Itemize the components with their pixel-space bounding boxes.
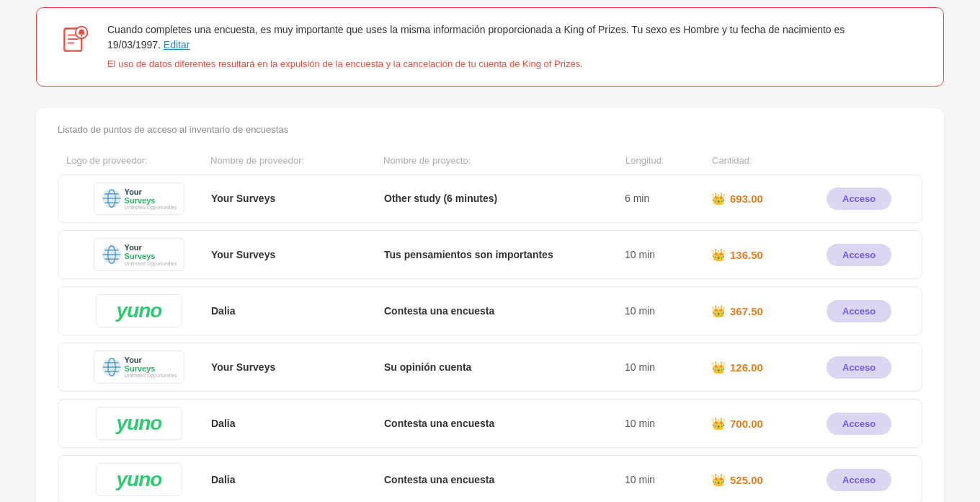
amount-cell: 👑 525.00	[711, 473, 827, 487]
logo-cell: yuno	[67, 463, 211, 496]
project-name: Tus pensamientos son importantes	[384, 249, 625, 260]
amount-value: 126.00	[730, 361, 763, 374]
length-cell: 10 min	[625, 305, 711, 317]
access-button[interactable]: Acceso	[827, 469, 891, 491]
provider-name: Your Surveys	[211, 249, 384, 260]
alert-warning-text: El uso de datos diferentes resultará en …	[107, 57, 923, 71]
col-action	[827, 155, 914, 166]
crown-icon: 👑	[711, 473, 726, 487]
yuno-logo-box: yuno	[96, 407, 182, 440]
access-cell: Acceso	[827, 244, 913, 266]
amount-cell: 👑 367.50	[711, 304, 827, 318]
yoursurveys-logo: Your Surveys Unlimited Opportunities	[102, 188, 177, 211]
project-name: Contesta una encuesta	[384, 418, 625, 429]
amount-cell: 👑 136.50	[711, 248, 827, 262]
access-button[interactable]: Acceso	[827, 356, 891, 379]
table-header: Logo de proveedor: Nombre de proveedor: …	[58, 149, 922, 172]
col-logo: Logo de proveedor:	[66, 155, 210, 166]
length-cell: 6 min	[625, 193, 711, 204]
section-subtitle: Listado de puntos de acceso al inventari…	[58, 124, 922, 135]
col-provider: Nombre de proveedor:	[210, 155, 383, 166]
length-cell: 10 min	[625, 249, 711, 260]
provider-name: Dalia	[211, 418, 384, 429]
project-name: Su opinión cuenta	[384, 361, 625, 373]
amount-cell: 👑 700.00	[711, 417, 827, 431]
amount-value: 136.50	[730, 249, 763, 261]
yoursurveys-logo: Your Surveys Unlimited Opportunities	[102, 243, 177, 266]
alert-text-block: Cuando completes una encuesta, es muy im…	[107, 22, 923, 71]
yuno-logo: yuno	[117, 299, 162, 322]
amount-value: 693.00	[730, 193, 763, 205]
access-button[interactable]: Acceso	[827, 244, 891, 266]
col-amount: Cantidad:	[712, 155, 827, 166]
table-row: yuno Dalia Contesta una encuesta 10 min …	[58, 455, 922, 502]
alert-icon	[57, 22, 93, 58]
project-name: Contesta una encuesta	[384, 474, 625, 485]
crown-icon: 👑	[711, 192, 726, 206]
table-row: Your Surveys Unlimited Opportunities You…	[58, 343, 922, 392]
alert-edit-link[interactable]: Editar	[164, 39, 190, 50]
access-button[interactable]: Acceso	[827, 300, 891, 322]
access-button[interactable]: Acceso	[827, 413, 891, 435]
yoursurveys-logo-box: Your Surveys Unlimited Opportunities	[94, 351, 185, 384]
yuno-logo: yuno	[117, 412, 162, 435]
yoursurveys-text: Your Surveys Unlimited Opportunities	[125, 356, 177, 379]
amount-cell: 👑 693.00	[711, 192, 827, 206]
length-cell: 10 min	[625, 418, 711, 429]
amount-value: 367.50	[730, 305, 763, 317]
project-name: Other study (6 minutes)	[384, 193, 625, 204]
yoursurveys-text: Your Surveys Unlimited Opportunities	[125, 243, 177, 266]
table-row: Your Surveys Unlimited Opportunities You…	[58, 230, 922, 279]
crown-icon: 👑	[711, 417, 726, 431]
yoursurveys-logo-box: Your Surveys Unlimited Opportunities	[94, 238, 185, 271]
length-cell: 10 min	[625, 474, 711, 485]
svg-rect-6	[81, 35, 83, 36]
logo-cell: Your Surveys Unlimited Opportunities	[67, 182, 211, 216]
provider-name: Dalia	[211, 474, 384, 485]
access-button[interactable]: Acceso	[827, 188, 891, 210]
provider-name: Dalia	[211, 305, 384, 317]
yuno-logo-box: yuno	[96, 294, 182, 327]
access-cell: Acceso	[827, 300, 913, 322]
access-cell: Acceso	[827, 469, 913, 491]
alert-box: Cuando completes una encuesta, es muy im…	[36, 7, 944, 87]
survey-section: Listado de puntos de acceso al inventari…	[36, 108, 944, 503]
amount-value: 525.00	[730, 474, 763, 486]
crown-icon: 👑	[711, 361, 726, 374]
survey-rows-container: Your Surveys Unlimited Opportunities You…	[58, 175, 922, 503]
provider-name: Your Surveys	[211, 193, 384, 204]
crown-icon: 👑	[711, 304, 726, 318]
length-cell: 10 min	[625, 361, 711, 373]
logo-cell: yuno	[67, 407, 211, 440]
amount-cell: 👑 126.00	[711, 361, 827, 374]
logo-cell: Your Surveys Unlimited Opportunities	[67, 351, 211, 384]
yuno-logo: yuno	[117, 468, 162, 491]
col-length: Longitud:	[625, 155, 712, 166]
col-project: Nombre de proyecto:	[383, 155, 625, 166]
logo-cell: yuno	[67, 294, 211, 327]
amount-value: 700.00	[730, 418, 763, 430]
yoursurveys-logo: Your Surveys Unlimited Opportunities	[102, 356, 177, 379]
provider-name: Your Surveys	[211, 361, 384, 373]
access-cell: Acceso	[827, 413, 913, 435]
access-cell: Acceso	[827, 188, 913, 210]
crown-icon: 👑	[711, 248, 726, 262]
logo-cell: Your Surveys Unlimited Opportunities	[67, 238, 211, 271]
yoursurveys-logo-box: Your Surveys Unlimited Opportunities	[94, 182, 185, 216]
alert-main-text: Cuando completes una encuesta, es muy im…	[107, 22, 923, 53]
yoursurveys-text: Your Surveys Unlimited Opportunities	[125, 188, 177, 211]
project-name: Contesta una encuesta	[384, 305, 625, 317]
access-cell: Acceso	[827, 356, 913, 379]
table-row: yuno Dalia Contesta una encuesta 10 min …	[58, 286, 922, 335]
yuno-logo-box: yuno	[96, 463, 182, 496]
table-row: Your Surveys Unlimited Opportunities You…	[58, 175, 922, 224]
table-row: yuno Dalia Contesta una encuesta 10 min …	[58, 399, 922, 448]
